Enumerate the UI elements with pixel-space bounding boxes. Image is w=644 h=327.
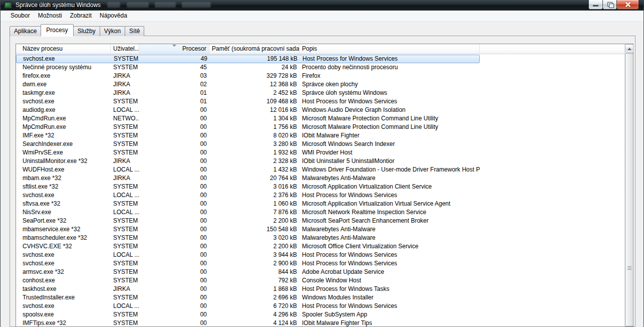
cell-process-name: Nečinné procesy systému xyxy=(16,63,111,72)
scrollbar-up-button[interactable] xyxy=(625,44,633,53)
column-header-label: Název procesu xyxy=(23,45,63,52)
scrollbar-thumb[interactable] xyxy=(625,53,633,326)
table-row[interactable]: firefox.exeJIRKA03329 728 kBFirefox xyxy=(16,72,624,80)
table-row[interactable]: sftlist.exe *32SYSTEM003 016 kBMicrosoft… xyxy=(16,183,624,191)
sort-descending-icon xyxy=(172,45,176,47)
cell-user: SYSTEM xyxy=(111,55,140,63)
cell-cpu: 00 xyxy=(139,183,209,191)
cell-user: SYSTEM xyxy=(111,123,139,131)
cell-process-name: firefox.exe xyxy=(16,72,111,80)
table-row[interactable]: NisSrv.exeLOCAL ...007 876 kBMicrosoft N… xyxy=(16,208,624,217)
table-row[interactable]: armsvc.exe *32SYSTEM00844 kBAdobe Acroba… xyxy=(16,268,624,276)
cell-user: JIRKA xyxy=(111,72,139,80)
column-header-label: Procesor xyxy=(182,45,206,52)
table-row[interactable]: sftvsa.exe *32SYSTEM001 060 kBMicrosoft … xyxy=(16,200,624,208)
vertical-scrollbar[interactable] xyxy=(624,44,633,326)
cell-process-name: MpCmdRun.exe xyxy=(16,114,111,123)
cell-memory: 195 148 kB xyxy=(210,55,300,63)
process-table: Název procesuUživatel...ProcesorPaměť (s… xyxy=(16,44,633,327)
cell-description: Spooler SubSystem App xyxy=(299,310,480,319)
table-row[interactable]: TrustedInstaller.exeSYSTEM002 696 kBWind… xyxy=(16,293,624,302)
cell-cpu: 00 xyxy=(139,191,209,200)
table-row[interactable]: UninstallMonitor.exe *32JIRKA002 328 kBI… xyxy=(16,157,624,166)
column-header-3[interactable]: Procesor xyxy=(139,44,209,54)
table-row[interactable]: svchost.exeSYSTEM49195 148 kBHost Proces… xyxy=(16,55,480,63)
cell-process-name: svchost.exe xyxy=(16,302,111,310)
table-row[interactable]: IMF.exe *32SYSTEM008 020 kBIObit Malware… xyxy=(16,131,624,140)
menu-bar: SouborMožnostiZobrazitNápověda xyxy=(1,11,643,22)
cell-memory: 792 kB xyxy=(209,276,299,285)
tab-výkon[interactable]: Výkon xyxy=(100,26,125,36)
menu-item-možnosti[interactable]: Možnosti xyxy=(34,11,66,21)
background-window-ghost xyxy=(107,2,120,8)
tab-aplikace[interactable]: Aplikace xyxy=(10,26,41,36)
table-row[interactable]: mbam.exe *32JIRKA0020 764 kBMalwarebytes… xyxy=(16,174,624,183)
window-controls xyxy=(589,0,639,10)
column-header-2[interactable]: Uživatel... xyxy=(111,44,139,54)
cell-user: LOCAL ... xyxy=(111,191,139,200)
menu-item-soubor[interactable]: Soubor xyxy=(7,11,34,21)
tab-sítě[interactable]: Sítě xyxy=(125,26,144,36)
title-bar[interactable]: Správce úloh systému Windows xyxy=(1,0,643,11)
tab-služby[interactable]: Služby xyxy=(73,26,100,36)
table-row[interactable]: MpCmdRun.exeNETWO...001 304 kBMicrosoft … xyxy=(16,114,624,123)
column-header-1[interactable]: Název procesu xyxy=(16,44,111,54)
menu-item-nápověda[interactable]: Nápověda xyxy=(96,11,131,21)
table-row[interactable]: MpCmdRun.exeSYSTEM001 756 kBMicrosoft Ma… xyxy=(16,123,624,131)
window-title: Správce úloh systému Windows xyxy=(16,0,101,10)
table-row[interactable]: svchost.exeSYSTEM01109 468 kBHost Proces… xyxy=(16,97,624,106)
table-row[interactable]: mbamscheduler.exe *32SYSTEM003 020 kBMal… xyxy=(16,234,624,242)
cell-user: SYSTEM xyxy=(111,97,139,106)
table-row[interactable]: svchost.exeLOCAL ...002 376 kBHost Proce… xyxy=(16,191,624,200)
cell-memory: 2 452 kB xyxy=(209,89,299,97)
cell-cpu: 00 xyxy=(139,285,209,293)
table-row[interactable]: CVHSVC.EXE *32SYSTEM002 200 kBMicrosoft … xyxy=(16,242,624,251)
cell-user: SYSTEM xyxy=(111,319,139,326)
column-header-5[interactable]: Popis xyxy=(299,44,480,54)
cell-process-name: NisSrv.exe xyxy=(16,208,111,217)
table-row[interactable]: dwm.exeJIRKA0212 368 kBSprávce oken ploc… xyxy=(16,80,624,89)
cell-process-name: TrustedInstaller.exe xyxy=(16,293,111,302)
tab-procesy[interactable]: Procesy xyxy=(41,24,73,36)
cell-cpu: 00 xyxy=(139,157,209,166)
table-row[interactable]: svchost.exeLOCAL ...006 720 kBHost Proce… xyxy=(16,302,624,310)
table-row[interactable]: taskmgr.exeJIRKA012 452 kBSprávce úloh s… xyxy=(16,89,624,97)
table-row[interactable]: WmiPrvSE.exeSYSTEM001 932 kBWMI Provider… xyxy=(16,148,624,157)
minimize-button[interactable] xyxy=(588,0,603,10)
table-row[interactable]: conhost.exeSYSTEM00792 kBConsole Window … xyxy=(16,276,624,285)
table-row[interactable]: spoolsv.exeSYSTEM004 296 kBSpooler SubSy… xyxy=(16,310,624,319)
cell-cpu: 49 xyxy=(140,55,210,63)
cell-description: Host Process for Windows Services xyxy=(299,97,480,106)
column-header-4[interactable]: Paměť (soukromá pracovní sada) xyxy=(209,44,299,54)
table-row[interactable]: svchost.exeLOCAL ...003 944 kBHost Proce… xyxy=(16,251,624,259)
cell-process-name: spoolsv.exe xyxy=(16,310,111,319)
cell-process-name: IMFTips.exe *32 xyxy=(16,319,111,326)
cell-description: Microsoft Windows Search Indexer xyxy=(299,140,480,148)
table-row[interactable]: svchost.exeSYSTEM002 900 kBHost Process … xyxy=(16,259,624,268)
table-row[interactable]: WUDFHost.exeLOCAL ...001 432 kBWindows D… xyxy=(16,166,624,174)
cell-cpu: 00 xyxy=(139,123,209,131)
cell-cpu: 00 xyxy=(139,217,209,225)
table-row[interactable]: taskhost.exeJIRKA001 868 kBHost Process … xyxy=(16,285,624,293)
restore-button[interactable] xyxy=(602,0,617,10)
cell-user: JIRKA xyxy=(111,80,139,89)
menu-item-zobrazit[interactable]: Zobrazit xyxy=(66,11,96,21)
table-row[interactable]: IMFTips.exe *32SYSTEM004 124 kBIObit Mal… xyxy=(16,319,624,326)
cell-description: Microsoft Malware Protection Command Lin… xyxy=(299,123,480,131)
table-header: Název procesuUživatel...ProcesorPaměť (s… xyxy=(16,44,624,54)
table-row[interactable]: mbamservice.exe *32SYSTEM00150 548 kBMal… xyxy=(16,225,624,234)
close-button[interactable] xyxy=(616,0,639,10)
cell-memory: 24 kB xyxy=(209,63,299,72)
cell-user: LOCAL ... xyxy=(111,251,139,259)
scrollbar-gripper-icon xyxy=(627,266,631,270)
table-row[interactable]: audiodg.exeLOCAL ...0012 016 kBWindows A… xyxy=(16,106,624,114)
table-row[interactable]: Nečinné procesy systémuSYSTEM4524 kBProc… xyxy=(16,63,624,72)
table-row[interactable]: SeaPort.exe *32SYSTEM002 200 kBMicrosoft… xyxy=(16,217,624,225)
cell-process-name: sftlist.exe *32 xyxy=(16,183,111,191)
cell-memory: 2 900 kB xyxy=(209,259,299,268)
cell-user: SYSTEM xyxy=(111,140,139,148)
table-row[interactable]: SearchIndexer.exeSYSTEM003 280 kBMicroso… xyxy=(16,140,624,148)
cell-cpu: 00 xyxy=(139,166,209,174)
cell-user: SYSTEM xyxy=(111,225,139,234)
cell-cpu: 00 xyxy=(139,234,209,242)
